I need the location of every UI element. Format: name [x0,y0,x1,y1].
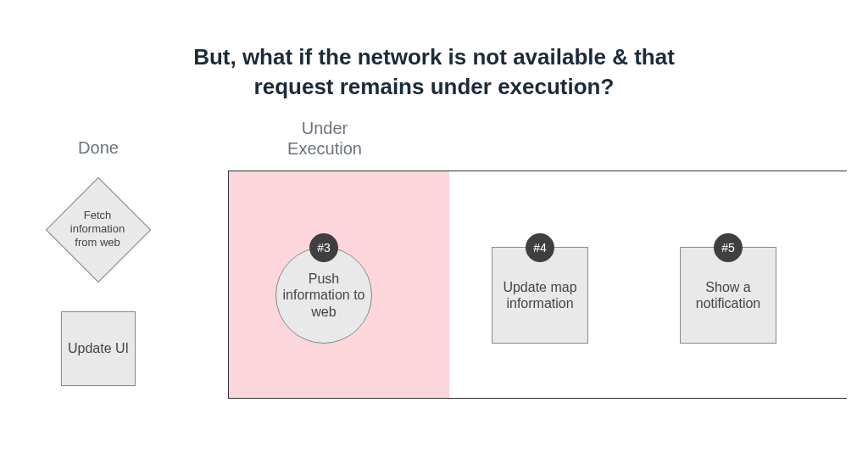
queue-node-3-label: Push information to web [276,271,371,320]
under-execution-label: Under Execution [253,118,397,159]
title-line-2: request remains under execution? [254,74,615,99]
queue-node-3: #3 Push information to web [275,247,372,344]
queue-node-3-badge: #3 [309,233,338,262]
queue-node-4-badge: #4 [526,233,554,262]
under-label-line-2: Execution [287,139,362,158]
done-node-update-ui-label: Update UI [68,340,129,356]
queue-node-5-badge: #5 [714,233,743,262]
done-node-update-ui: Update UI [61,311,136,386]
queue-node-4-label: Update map information [492,279,587,311]
queue-node-5: #5 Show a notification [680,247,776,344]
diagram-title: But, what if the network is not availabl… [0,42,868,102]
diagram-canvas: But, what if the network is not availabl… [0,0,868,453]
queue-node-5-label: Show a notification [681,279,776,311]
under-label-line-1: Under [302,119,348,137]
queue-node-4: #4 Update map information [492,247,588,344]
done-section-label: Done [47,138,149,158]
done-node-fetch-label: Fetch information from web [47,178,148,280]
done-node-fetch: Fetch information from web [47,178,148,280]
title-line-1: But, what if the network is not availabl… [193,44,675,70]
execution-queue: #3 Push information to web #4 Update map… [228,171,847,399]
